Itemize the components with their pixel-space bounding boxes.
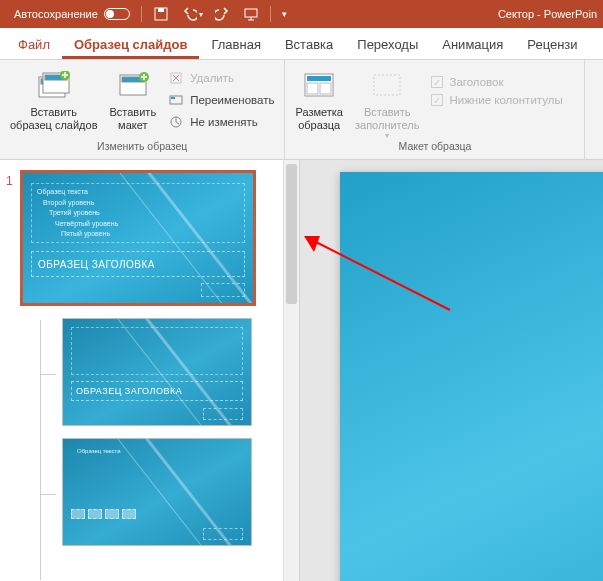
footer-placeholder [203, 408, 243, 420]
save-button[interactable] [149, 4, 173, 24]
preserve-button[interactable]: Не изменять [164, 112, 278, 132]
rename-button[interactable]: Переименовать [164, 90, 278, 110]
slide-master-thumbnail[interactable]: Образец текста Второй уровень Третий уро… [20, 170, 256, 306]
toggle-switch-icon [104, 8, 130, 20]
master-layout-icon [302, 70, 336, 102]
overflow-icon: ▾ [282, 9, 287, 19]
insert-layout-icon [116, 70, 150, 102]
slide-navigation-pane[interactable]: 1 Образец текста Второй уровень Третий у… [0, 160, 300, 581]
svg-rect-16 [307, 76, 331, 81]
rename-label: Переименовать [190, 94, 274, 106]
body-placeholder-text: Образец текста Второй уровень Третий уро… [37, 187, 118, 240]
checkbox-icon: ✓ [431, 76, 443, 88]
qat-customize-button[interactable]: ▾ [278, 7, 291, 21]
svg-rect-1 [158, 8, 164, 12]
footer-placeholder [203, 528, 243, 540]
undo-icon [181, 6, 197, 22]
tab-slide-master[interactable]: Образец слайдов [62, 31, 200, 59]
footers-checkbox-label: Нижние колонтитулы [449, 94, 562, 106]
svg-rect-2 [245, 9, 257, 17]
slideshow-button[interactable] [239, 4, 263, 24]
title-placeholder: ОБРАЗЕЦ ЗАГОЛОВКА [31, 251, 245, 277]
insert-slide-master-icon [37, 70, 71, 102]
group-edit-master-label: Изменить образец [6, 140, 278, 155]
group-master-layout: Разметка образца Вставить заполнитель ▾ … [285, 60, 585, 159]
title-bar: Автосохранение ▾ ▾ Сектор - PowerPoin [0, 0, 603, 28]
preserve-label: Не изменять [190, 116, 258, 128]
title-placeholder: ОБРАЗЕЦ ЗАГОЛОВКА [71, 381, 243, 401]
group-edit-master: Вставить образец слайдов Вставить макет … [0, 60, 285, 159]
content-placeholder-icon [105, 509, 119, 519]
editor-area: 1 Образец текста Второй уровень Третий у… [0, 160, 603, 581]
layout-thumbnail-2[interactable]: Образец текста [62, 438, 252, 546]
tab-file[interactable]: Файл [6, 31, 62, 59]
content-placeholder-icon [71, 509, 85, 519]
content-placeholder-icon [88, 509, 102, 519]
title-checkbox-label: Заголовок [449, 76, 503, 88]
nav-scrollbar[interactable] [283, 160, 299, 581]
insert-layout-label: Вставить макет [109, 106, 156, 131]
layout-thumbnail-1[interactable]: ОБРАЗЕЦ ЗАГОЛОВКА [62, 318, 252, 426]
footer-placeholder [201, 283, 245, 297]
slide-number: 1 [6, 170, 14, 188]
group-master-layout-label: Макет образца [291, 140, 578, 155]
slide-master-canvas[interactable]: Обра Вто [340, 172, 603, 581]
tree-connector [40, 494, 56, 495]
quick-access-toolbar: Автосохранение ▾ ▾ [0, 4, 291, 24]
svg-rect-19 [374, 75, 400, 95]
chevron-down-icon: ▾ [385, 131, 389, 140]
rename-icon [168, 92, 184, 108]
qat-separator [141, 6, 142, 22]
preserve-icon [168, 114, 184, 130]
scrollbar-thumb[interactable] [286, 164, 297, 304]
body-placeholder-outline [71, 327, 243, 375]
edit-master-small-buttons: Удалить Переименовать Не изменять [164, 66, 278, 132]
undo-button[interactable]: ▾ [177, 4, 207, 24]
insert-placeholder-icon [370, 70, 404, 102]
redo-icon [215, 6, 231, 22]
delete-icon [168, 70, 184, 86]
insert-placeholder-label: Вставить заполнитель [355, 106, 419, 131]
svg-rect-13 [171, 97, 175, 99]
redo-button[interactable] [211, 4, 235, 24]
tab-transitions[interactable]: Переходы [345, 31, 430, 59]
chevron-down-icon: ▾ [199, 10, 203, 19]
footers-checkbox[interactable]: ✓ Нижние колонтитулы [427, 92, 566, 108]
insert-layout-button[interactable]: Вставить макет [105, 66, 160, 131]
ribbon: Вставить образец слайдов Вставить макет … [0, 60, 603, 160]
tree-connector [40, 320, 41, 580]
master-layout-label: Разметка образца [295, 106, 343, 131]
window-title: Сектор - PowerPoin [498, 8, 603, 20]
tab-insert[interactable]: Вставка [273, 31, 345, 59]
master-layout-checks: ✓ Заголовок ✓ Нижние колонтитулы [427, 66, 566, 108]
qat-separator [270, 6, 271, 22]
slideshow-icon [243, 6, 259, 22]
tab-home[interactable]: Главная [199, 31, 272, 59]
checkbox-icon: ✓ [431, 94, 443, 106]
tab-animations[interactable]: Анимация [430, 31, 515, 59]
delete-button[interactable]: Удалить [164, 68, 278, 88]
master-layout-button[interactable]: Разметка образца [291, 66, 347, 131]
insert-slide-master-label: Вставить образец слайдов [10, 106, 97, 131]
insert-placeholder-button[interactable]: Вставить заполнитель ▾ [351, 66, 423, 140]
title-checkbox[interactable]: ✓ Заголовок [427, 74, 566, 90]
slide-canvas-area[interactable]: Обра Вто [300, 160, 603, 581]
save-icon [153, 6, 169, 22]
ribbon-tabs: Файл Образец слайдов Главная Вставка Пер… [0, 28, 603, 60]
delete-label: Удалить [190, 72, 234, 84]
body-placeholder-text: Образец текста [77, 447, 121, 456]
insert-slide-master-button[interactable]: Вставить образец слайдов [6, 66, 101, 131]
autosave-toggle[interactable]: Автосохранение [10, 6, 134, 22]
tab-review[interactable]: Рецензи [515, 31, 589, 59]
autosave-label: Автосохранение [14, 8, 98, 20]
content-placeholder-icon [122, 509, 136, 519]
tree-connector [40, 374, 56, 375]
